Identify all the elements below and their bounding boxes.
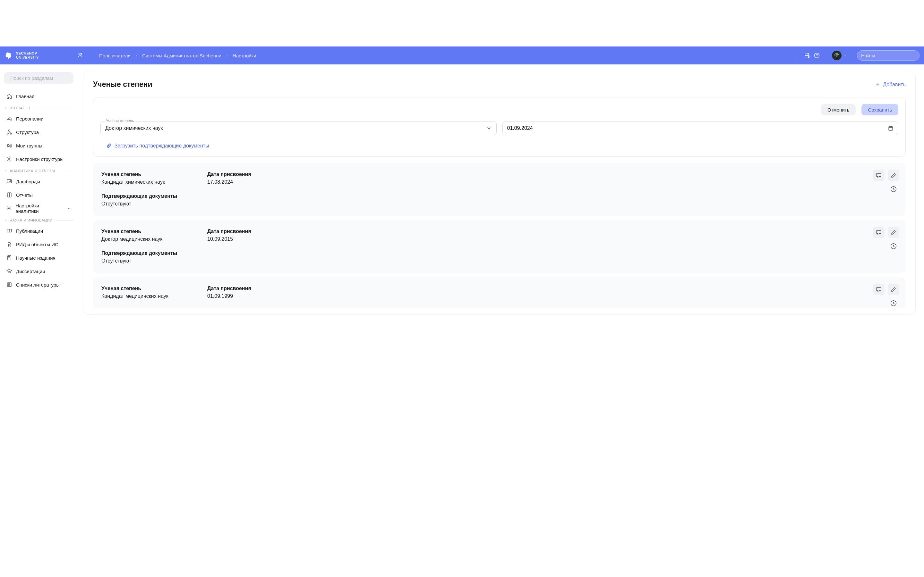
sidebar-label: Публикации — [16, 228, 43, 234]
svg-point-8 — [7, 145, 8, 145]
date-field[interactable] — [502, 121, 899, 135]
gear-icon — [6, 205, 11, 211]
chevron-right-icon — [225, 53, 229, 57]
date-label: Дата присвоения — [207, 171, 251, 177]
edit-button[interactable] — [888, 284, 899, 295]
svg-point-9 — [11, 145, 11, 145]
sidebar-item-home[interactable]: Главная — [4, 89, 73, 103]
sidebar-item-bibliographies[interactable]: Списки литературы — [4, 278, 73, 292]
chevron-down-icon — [486, 125, 492, 131]
calendar-icon[interactable] — [888, 125, 893, 131]
chevron-right-icon — [134, 53, 138, 57]
global-search[interactable] — [857, 50, 919, 61]
help-icon[interactable] — [814, 52, 820, 59]
history-icon[interactable] — [890, 243, 897, 250]
award-icon — [6, 242, 12, 247]
plus-icon — [875, 82, 880, 87]
sidebar-item-dashboards[interactable]: Дашборды — [4, 175, 73, 188]
groups-icon — [6, 143, 12, 148]
svg-rect-6 — [10, 133, 11, 134]
pin-button[interactable] — [78, 52, 83, 59]
svg-point-13 — [8, 242, 11, 245]
degree-label: Ученая степень — [102, 229, 188, 234]
docs-label: Подтверждающие документы — [102, 193, 188, 199]
crumb-1[interactable]: Системы Администратор Sechenov — [142, 53, 221, 58]
date-label: Дата присвоения — [207, 229, 251, 234]
cancel-button[interactable]: Отменить — [821, 104, 856, 115]
main: Ученые степени Добавить Отменить Сохрани… — [78, 64, 924, 321]
avatar — [832, 51, 842, 60]
comment-button[interactable] — [873, 284, 885, 295]
degree-label: Ученая степень — [102, 285, 188, 292]
pencil-icon — [891, 229, 897, 235]
sidebar-label: Структура — [16, 129, 39, 135]
home-icon — [6, 93, 12, 99]
sitemap-icon — [6, 129, 12, 135]
sidebar-item-dissertations[interactable]: Диссертации — [4, 264, 73, 278]
sidebar-label: Дашборды — [16, 179, 40, 184]
fingerprint-icon — [834, 52, 840, 59]
sidebar-label: Настройки структуры — [16, 156, 63, 162]
date-value: 17.08.2024 — [207, 179, 251, 185]
sidebar-item-ip-objects[interactable]: РИД и объекты ИС — [4, 237, 73, 251]
degree-select-label: Ученая степень — [105, 119, 136, 123]
page-title: Ученые степени — [93, 80, 152, 89]
list-icon — [6, 282, 12, 287]
crumb-0[interactable]: Пользователи — [99, 53, 131, 58]
add-button[interactable]: Добавить — [875, 82, 906, 87]
sidebar-item-analytics-settings[interactable]: Настройки аналитики — [4, 201, 73, 215]
history-icon[interactable] — [890, 185, 897, 193]
degree-select-value: Доктор химических наук — [105, 125, 486, 131]
sidebar-item-structure[interactable]: Структура — [4, 125, 73, 139]
add-button-label: Добавить — [883, 82, 906, 87]
upload-link[interactable]: Загрузить подтверждающие документы — [100, 143, 898, 149]
section-science: НАУКА И ИННОВАЦИИ — [5, 218, 73, 222]
sliders-icon[interactable] — [804, 52, 811, 59]
sidebar-item-groups[interactable]: Мои группы — [4, 139, 73, 152]
degree-record: Ученая степень Кандидат медицинских наук… — [93, 277, 906, 308]
svg-point-12 — [8, 208, 10, 209]
pencil-icon — [891, 287, 897, 292]
sidebar-item-publications[interactable]: Публикации — [4, 224, 73, 237]
degree-select[interactable]: Ученая степень Доктор химических наук — [100, 121, 497, 135]
dashboard-icon — [6, 179, 12, 184]
sidebar-label: Списки литературы — [16, 282, 60, 287]
comment-icon — [876, 172, 882, 178]
sidebar-item-reports[interactable]: Отчеты — [4, 188, 73, 201]
sidebar-item-structure-settings[interactable]: Настройки структуры — [4, 152, 73, 166]
degree-label: Ученая степень — [102, 171, 188, 177]
degree-edit-panel: Отменить Сохранить Ученая степень Доктор… — [93, 97, 906, 157]
degree-record: Ученая степень Кандидат химических наук … — [93, 163, 906, 216]
sidebar-item-journals[interactable]: Научные издания — [4, 251, 73, 264]
history-icon[interactable] — [890, 300, 897, 307]
sidebar-search[interactable] — [4, 72, 73, 84]
divider — [798, 52, 798, 59]
crumb-2[interactable]: Настройки — [233, 53, 256, 58]
gear-icon — [6, 156, 12, 162]
degree-value: Кандидат медицинских наук — [102, 293, 188, 299]
upload-label: Загрузить подтверждающие документы — [115, 143, 209, 149]
date-input[interactable] — [507, 125, 888, 131]
sidebar-search-input[interactable] — [10, 75, 71, 81]
brain-logo-icon — [5, 51, 13, 60]
topbar: SECHENOV UNIVERSITY Пользователи Системы… — [0, 47, 924, 64]
edit-button[interactable] — [888, 227, 899, 238]
svg-point-3 — [8, 117, 10, 119]
global-search-input[interactable] — [861, 53, 922, 58]
comment-icon — [876, 229, 882, 235]
brand-line1: SECHENOV — [16, 52, 39, 55]
save-button[interactable]: Сохранить — [861, 104, 898, 115]
svg-rect-16 — [889, 127, 893, 131]
brand-logo[interactable]: SECHENOV UNIVERSITY — [5, 51, 39, 60]
sidebar-item-personnel[interactable]: Персоналии — [4, 112, 73, 125]
date-value: 10.09.2015 — [207, 236, 251, 242]
comment-button[interactable] — [873, 227, 885, 238]
user-menu[interactable] — [832, 51, 847, 60]
sidebar-label: РИД и объекты ИС — [16, 242, 58, 247]
comment-button[interactable] — [873, 169, 885, 181]
section-analytics: АНАЛИТИКА И ОТЧЕТЫ — [5, 169, 73, 173]
degree-value: Кандидат химических наук — [102, 179, 188, 185]
edit-button[interactable] — [888, 169, 899, 181]
graduation-cap-icon — [6, 268, 12, 274]
comment-icon — [876, 287, 882, 292]
